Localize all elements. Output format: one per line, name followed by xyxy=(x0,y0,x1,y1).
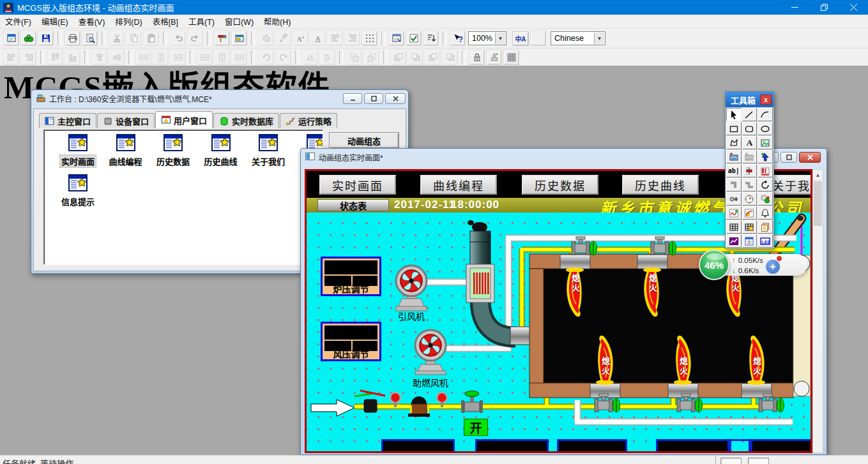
nav-历史曲线-button[interactable]: 历史曲线 xyxy=(622,175,699,195)
menu-item-5[interactable]: 工具(T) xyxy=(183,13,220,29)
stamp-button[interactable] xyxy=(486,50,502,65)
center-h-button[interactable] xyxy=(91,50,107,65)
animate-config-button[interactable]: 动画组态 xyxy=(329,132,399,149)
window-item-历史曲线[interactable]: ★ 历史曲线 xyxy=(200,134,242,167)
rotate-left-button[interactable] xyxy=(258,50,274,65)
display-panel-4[interactable] xyxy=(729,439,750,451)
anim-close-button[interactable] xyxy=(799,152,821,163)
same-width-button[interactable] xyxy=(135,50,151,65)
new-window-button[interactable] xyxy=(3,31,19,46)
display-panel-0[interactable] xyxy=(381,439,455,451)
zoom-combobox[interactable]: 100%▼ xyxy=(468,31,506,45)
menu-item-6[interactable]: 窗口(W) xyxy=(220,13,259,29)
cut-button[interactable] xyxy=(109,31,125,46)
font-button[interactable]: 中A xyxy=(512,31,529,46)
menu-item-2[interactable]: 查看(V) xyxy=(73,13,110,29)
bring-front-button[interactable] xyxy=(390,50,406,65)
menu-item-0[interactable]: 文件(F) xyxy=(0,13,36,29)
tool-pipe-fitting[interactable] xyxy=(726,192,742,206)
menu-item-3[interactable]: 排列(D) xyxy=(110,13,147,29)
nav-实时画面-button[interactable]: 实时画面 xyxy=(319,175,396,195)
center-v-button[interactable] xyxy=(109,50,125,65)
tool-text[interactable]: A xyxy=(742,136,758,149)
tool-input-box[interactable]: ab| xyxy=(726,164,742,177)
speedball[interactable]: 46% xyxy=(699,250,729,280)
fill-color-button[interactable] xyxy=(258,31,274,46)
flip-v-button[interactable] xyxy=(319,50,335,65)
align-left-button[interactable] xyxy=(3,50,19,65)
workbench-close-button[interactable] xyxy=(385,93,406,104)
align-para2-button[interactable] xyxy=(344,31,360,46)
tab-运行策略[interactable]: 运行策略 xyxy=(280,113,337,128)
furnace-pressure-panel[interactable]: 炉压调节 xyxy=(321,257,381,296)
sort-list-button[interactable] xyxy=(423,31,439,46)
align-bottom-button[interactable] xyxy=(65,50,80,65)
air-pressure-panel[interactable]: 风压调节 xyxy=(321,322,381,361)
menu-item-4[interactable]: 表格[B] xyxy=(148,13,183,29)
tool-flag[interactable] xyxy=(758,150,773,163)
same-height-button[interactable] xyxy=(153,50,169,65)
save-button[interactable] xyxy=(38,31,54,46)
undo-button[interactable] xyxy=(170,31,186,46)
menu-item-1[interactable]: 编辑(E) xyxy=(36,13,73,29)
fit-both-button[interactable] xyxy=(231,50,247,65)
tool-grid-table[interactable] xyxy=(726,220,742,234)
workbench-minimize-button[interactable] xyxy=(343,93,362,104)
window-item-信息提示[interactable]: ★ 信息提示 xyxy=(57,174,99,207)
copy-button[interactable] xyxy=(126,31,142,46)
animation-vscrollbar[interactable]: ▲ xyxy=(812,169,823,453)
tool-led-display[interactable]: LED xyxy=(758,234,773,248)
tool-ellipse[interactable] xyxy=(758,122,773,135)
grid-button[interactable] xyxy=(503,50,519,65)
text-style-button[interactable]: A xyxy=(310,31,326,46)
fit-v-button[interactable] xyxy=(214,50,230,65)
workbench-restore-button[interactable] xyxy=(364,93,383,104)
tool-realtime-curve[interactable] xyxy=(726,206,742,220)
confirm-check-button[interactable] xyxy=(406,31,422,46)
display-panel-5[interactable] xyxy=(750,439,811,451)
print-button[interactable] xyxy=(65,31,80,46)
minimize-button[interactable] xyxy=(780,0,809,15)
window-item-实时画面[interactable]: ★ 实时画面 xyxy=(57,134,99,167)
tool-indicator-lamp[interactable] xyxy=(758,192,773,206)
tool-polyline[interactable] xyxy=(726,136,742,149)
toolbox-close-button[interactable]: x xyxy=(760,94,772,105)
display-panel-1[interactable] xyxy=(475,439,549,451)
tool-archive-files[interactable] xyxy=(758,220,773,234)
tab-用户窗口[interactable]: 用户窗口 xyxy=(155,111,213,128)
send-back-button[interactable] xyxy=(407,50,423,65)
user-window-list[interactable]: ★ 实时画面 ★ 曲线编程 ★ 历史数据 ★ 历史曲线 ★ 关于我们 ★ ★ 信… xyxy=(43,130,323,265)
tool-rotate-dial[interactable] xyxy=(758,178,773,191)
tool-rect[interactable] xyxy=(726,122,742,135)
open-state-button[interactable]: 开 xyxy=(464,419,488,436)
window-item-曲线编程[interactable]: ★ 曲线编程 xyxy=(105,134,147,167)
tool-elbow-pipe[interactable] xyxy=(742,178,758,191)
tool-panel-disabled[interactable] xyxy=(742,150,758,163)
workbench-button[interactable] xyxy=(231,31,247,46)
workbench-titlebar[interactable]: 工作台 : D:\360安全浏览器下载\燃气\燃气.MCE* xyxy=(31,90,408,107)
align-top-button[interactable] xyxy=(47,50,63,65)
window-item-历史数据[interactable]: ★ 历史数据 xyxy=(152,134,194,167)
flip-h-button[interactable] xyxy=(302,50,318,65)
display-panel-2[interactable] xyxy=(557,439,627,451)
tool-alarm-bell[interactable] xyxy=(758,206,773,220)
anim-restore-button[interactable] xyxy=(780,152,797,163)
paste-button[interactable] xyxy=(143,31,159,46)
fit-h-button[interactable] xyxy=(197,50,213,65)
scroll-thumb[interactable] xyxy=(814,181,822,226)
tool-meter-dial[interactable] xyxy=(742,192,758,206)
tool-rounded-rect[interactable] xyxy=(742,122,758,135)
scroll-up-icon[interactable]: ▲ xyxy=(813,170,823,181)
induced-draft-fan[interactable] xyxy=(396,266,427,311)
tool-percent-fill[interactable] xyxy=(758,164,773,177)
align-right-button[interactable] xyxy=(20,50,36,65)
tool-bitmap[interactable] xyxy=(758,136,773,149)
print-preview-button[interactable] xyxy=(82,31,98,46)
open-project-button[interactable] xyxy=(20,31,36,46)
combustion-fan[interactable] xyxy=(415,330,446,375)
group-button[interactable] xyxy=(346,50,362,65)
tool-corner-pipe[interactable] xyxy=(726,178,742,191)
redo-button[interactable] xyxy=(187,31,203,46)
send-backward-button[interactable] xyxy=(442,50,458,65)
tool-xy-curve[interactable] xyxy=(742,206,758,220)
